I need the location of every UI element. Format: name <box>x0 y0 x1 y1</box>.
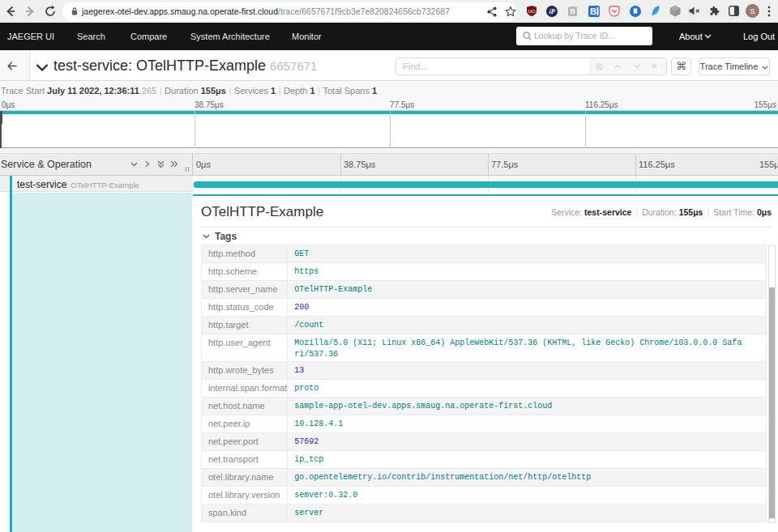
svg-text:UO: UO <box>528 9 536 14</box>
svg-text:B: B <box>570 7 575 15</box>
svg-text:iP: iP <box>549 8 554 15</box>
svg-text:B: B <box>590 6 596 16</box>
svg-text:S: S <box>750 7 754 15</box>
